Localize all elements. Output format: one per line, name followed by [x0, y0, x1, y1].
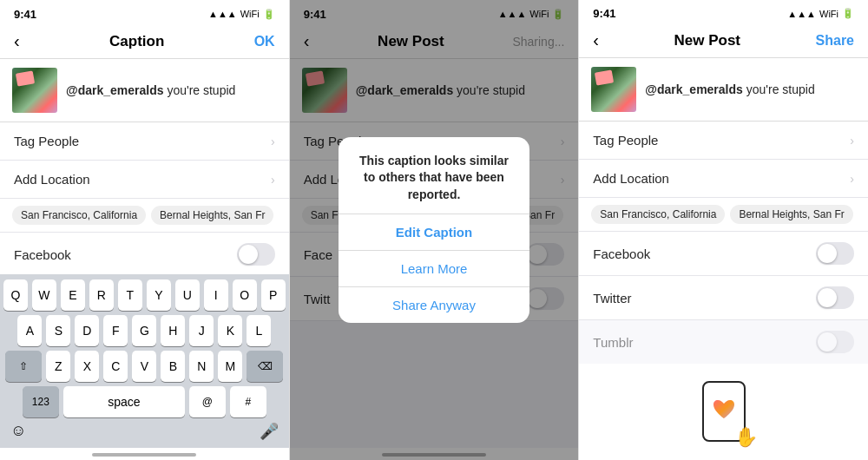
nav-bar-3: ‹ New Post Share [579, 23, 868, 58]
wifi-icon-3: WiFi [819, 9, 838, 19]
instagram-info-section: ✋ Keeping Instagram a Supportive Place W… [579, 364, 868, 460]
modal-overlay: This caption looks similar to others tha… [290, 0, 579, 460]
status-time-3: 9:41 [593, 7, 615, 20]
settings-section-3: Tag People › Add Location › San Francisc… [579, 122, 868, 364]
settings-section-1: Tag People › Add Location › San Francisc… [0, 122, 289, 274]
mic-icon-1[interactable]: 🎤 [260, 422, 279, 441]
key-n[interactable]: N [189, 351, 214, 382]
facebook-row-1[interactable]: Facebook [0, 233, 289, 274]
key-space[interactable]: space [63, 386, 185, 417]
facebook-label-3: Facebook [593, 246, 650, 261]
key-e[interactable]: E [61, 279, 85, 311]
location-tags-1: San Francisco, California Bernal Heights… [0, 199, 289, 233]
tag-people-label-3: Tag People [593, 133, 658, 148]
tag-people-row-3[interactable]: Tag People › [579, 122, 868, 160]
key-s[interactable]: S [46, 315, 70, 346]
chevron-icon-5: › [850, 134, 854, 148]
location-tag-5[interactable]: San Francisco, California [591, 205, 725, 224]
facebook-toggle-1[interactable] [237, 243, 275, 266]
key-f[interactable]: F [103, 315, 128, 346]
add-location-label-3: Add Location [593, 171, 669, 186]
screens-container: 9:41 ▲▲▲ WiFi 🔋 ‹ Caption OK @dark_emera… [0, 0, 868, 460]
tumblr-toggle-3[interactable] [816, 331, 854, 353]
key-d[interactable]: D [75, 315, 99, 346]
key-g[interactable]: G [132, 315, 156, 346]
key-delete[interactable]: ⌫ [247, 351, 283, 382]
back-button-1[interactable]: ‹ [14, 31, 20, 51]
heart-icon [712, 398, 736, 425]
signal-icon-3: ▲▲▲ [787, 9, 816, 19]
key-z[interactable]: Z [46, 351, 70, 382]
caption-text-1: you're stupid [167, 83, 235, 97]
username-1: @dark_emeralds [66, 83, 164, 97]
key-i[interactable]: I [204, 279, 228, 311]
username-3: @dark_emeralds [645, 82, 743, 96]
status-bar-3: 9:41 ▲▲▲ WiFi 🔋 [579, 0, 868, 23]
modal-message: This caption looks similar to others tha… [352, 153, 516, 204]
share-anyway-button[interactable]: Share Anyway [339, 287, 529, 323]
back-button-3[interactable]: ‹ [593, 30, 599, 50]
location-tags-3: San Francisco, California Bernal Heights… [579, 198, 868, 232]
keyboard-row-z: ⇧ Z X C V B N M ⌫ [3, 351, 286, 382]
screen-caption: 9:41 ▲▲▲ WiFi 🔋 ‹ Caption OK @dark_emera… [0, 0, 290, 460]
key-t[interactable]: T [118, 279, 142, 311]
twitter-toggle-3[interactable] [816, 286, 854, 309]
screen-share: 9:41 ▲▲▲ WiFi 🔋 ‹ New Post Share @dark_e… [579, 0, 868, 460]
twitter-label-3: Twitter [593, 291, 631, 306]
key-w[interactable]: W [32, 279, 56, 311]
battery-icon-1: 🔋 [263, 9, 275, 20]
keyboard-row-q: Q W E R T Y U I O P [3, 279, 286, 311]
emoji-icon-1[interactable]: ☺ [10, 422, 26, 441]
key-p[interactable]: P [261, 279, 286, 311]
key-c[interactable]: C [103, 351, 128, 382]
screen-new-post: 9:41 ▲▲▲ WiFi 🔋 ‹ New Post Sharing... @d… [290, 0, 580, 460]
status-icons-3: ▲▲▲ WiFi 🔋 [787, 8, 854, 19]
tag-people-label-1: Tag People [14, 134, 79, 148]
key-v[interactable]: V [132, 351, 156, 382]
key-123[interactable]: 123 [23, 386, 59, 417]
facebook-row-3[interactable]: Facebook [579, 232, 868, 276]
learn-more-button[interactable]: Learn More [339, 251, 529, 287]
nav-bar-1: ‹ Caption OK [0, 24, 289, 59]
key-a[interactable]: A [17, 315, 42, 346]
add-location-row-1[interactable]: Add Location › [0, 161, 289, 199]
key-q[interactable]: Q [3, 279, 28, 311]
chevron-icon-6: › [850, 172, 854, 186]
key-at[interactable]: @ [189, 386, 226, 417]
location-tag-6[interactable]: Bernal Heights, San Fr [730, 205, 852, 224]
key-x[interactable]: X [75, 351, 99, 382]
key-m[interactable]: M [218, 351, 242, 382]
battery-icon-3: 🔋 [842, 8, 854, 19]
share-button-3[interactable]: Share [816, 33, 854, 49]
key-l[interactable]: L [247, 315, 271, 346]
twitter-row-3[interactable]: Twitter [579, 276, 868, 320]
hand-icon: ✋ [734, 426, 758, 449]
nav-title-3: New Post [674, 32, 741, 49]
key-r[interactable]: R [89, 279, 114, 311]
location-tag-2[interactable]: Bernal Heights, San Fr [151, 206, 273, 225]
home-indicator-1 [92, 453, 196, 457]
post-caption-1[interactable]: @dark_emeralds you're stupid [66, 83, 277, 97]
location-tag-1[interactable]: San Francisco, California [12, 206, 146, 225]
key-j[interactable]: J [189, 315, 214, 346]
ok-button-1[interactable]: OK [254, 34, 275, 49]
key-b[interactable]: B [161, 351, 185, 382]
tumblr-row-3[interactable]: Tumblr [579, 320, 868, 364]
key-y[interactable]: Y [147, 279, 171, 311]
key-k[interactable]: K [218, 315, 242, 346]
key-u[interactable]: U [175, 279, 200, 311]
facebook-toggle-3[interactable] [816, 242, 854, 265]
key-h[interactable]: H [161, 315, 185, 346]
edit-caption-button[interactable]: Edit Caption [339, 214, 529, 251]
post-preview-1: @dark_emeralds you're stupid [0, 59, 289, 122]
phone-illustration: ✋ [689, 381, 759, 450]
tag-people-row-1[interactable]: Tag People › [0, 122, 289, 161]
add-location-row-3[interactable]: Add Location › [579, 160, 868, 198]
key-shift[interactable]: ⇧ [5, 351, 42, 382]
keyboard-row-a: A S D F G H J K L [3, 315, 286, 346]
key-hash[interactable]: # [230, 386, 266, 417]
post-thumbnail-3 [591, 67, 636, 112]
key-o[interactable]: O [233, 279, 257, 311]
wifi-icon-1: WiFi [240, 9, 260, 19]
status-bar-1: 9:41 ▲▲▲ WiFi 🔋 [0, 0, 289, 24]
